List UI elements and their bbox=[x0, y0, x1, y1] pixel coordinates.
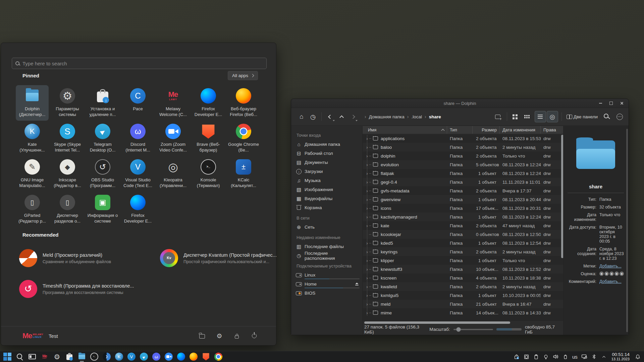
file-row[interactable]: › dolphin Папка 2 объекта Только что drw bbox=[363, 152, 564, 160]
places-item[interactable]: Подключаемые устройства bbox=[297, 263, 362, 268]
expand-icon[interactable]: › bbox=[365, 145, 369, 150]
pinned-app[interactable]: Установка и удаление п... bbox=[86, 85, 119, 121]
taskbar-app[interactable]: K bbox=[115, 352, 123, 361]
file-row[interactable]: › baloo Папка 2 объекта 2 минуты назад d… bbox=[363, 143, 564, 152]
expand-icon[interactable]: › bbox=[365, 162, 369, 167]
expand-icon[interactable]: › bbox=[365, 197, 369, 202]
pinned-app[interactable]: Google Chrome (Ве... bbox=[227, 121, 260, 156]
expand-icon[interactable]: › bbox=[365, 310, 369, 315]
pinned-app[interactable]: Веб-браузер Firefox (Веб... bbox=[227, 85, 260, 121]
places-item[interactable]: ◷ Последние расположения bbox=[296, 251, 362, 260]
volume-icon[interactable] bbox=[551, 352, 560, 361]
recommended-app[interactable]: ↺ Timeshift (Программа для восстановле..… bbox=[16, 274, 157, 304]
device-notifier-icon[interactable] bbox=[561, 352, 570, 361]
file-row[interactable]: › kded5 Папка 1 объект 08.11.2023 в 12:5… bbox=[363, 239, 564, 247]
keyboard-layout[interactable]: us bbox=[571, 354, 579, 360]
expand-icon[interactable]: › bbox=[365, 215, 369, 220]
pinned-app[interactable]: ▯ Диспетчер разделов о... bbox=[51, 192, 84, 227]
file-row[interactable]: › flatpak Папка 1 объект 08.11.2023 в 12… bbox=[363, 169, 564, 178]
places-item[interactable]: ⌂ Домашняя папка bbox=[296, 140, 362, 149]
titlebar[interactable]: share — Dolphin bbox=[291, 99, 629, 108]
minimize-button[interactable] bbox=[598, 101, 602, 105]
taskbar-app[interactable] bbox=[3, 352, 12, 361]
pinned-app[interactable]: ω Discord (Internet M... bbox=[121, 121, 154, 156]
expand-icon[interactable]: › bbox=[365, 223, 369, 228]
taskbar-app[interactable] bbox=[65, 352, 74, 361]
file-row[interactable]: › kactivitymanagerd Папка 1 объект 08.11… bbox=[363, 213, 564, 221]
file-row[interactable]: kcookiejar Папка 0 объектов 08.11.2023 в… bbox=[363, 230, 564, 239]
places-item[interactable]: ▤ Документы bbox=[296, 158, 362, 167]
rating-stars[interactable]: ★★★★★ bbox=[599, 272, 624, 276]
column-size[interactable]: Размер bbox=[473, 126, 500, 134]
back-button[interactable] bbox=[324, 111, 336, 122]
new-folder-button[interactable] bbox=[492, 111, 503, 122]
taskbar-app[interactable]: ❯ bbox=[102, 352, 111, 361]
expand-icon[interactable]: › bbox=[365, 171, 369, 176]
places-item[interactable]: ♫ Музыка bbox=[296, 176, 362, 185]
expand-tray-icon[interactable] bbox=[600, 352, 608, 361]
pinned-app[interactable]: >_ Konsole (Терминал) bbox=[192, 156, 225, 192]
expand-icon[interactable]: › bbox=[365, 293, 369, 298]
bluetooth-icon[interactable] bbox=[590, 352, 598, 361]
pinned-app[interactable]: C Pace bbox=[121, 85, 154, 121]
taskbar-app[interactable] bbox=[77, 352, 86, 361]
pinned-app[interactable]: K Kate (Улучшенн... bbox=[16, 121, 49, 156]
recent-button[interactable]: ◷ bbox=[307, 111, 319, 122]
taskbar-app[interactable]: V bbox=[127, 352, 136, 361]
places-item[interactable]: Загрузки bbox=[296, 167, 362, 176]
clock-widget[interactable]: 00:51:14 13.11.2023 bbox=[611, 352, 630, 361]
lock-button[interactable] bbox=[232, 331, 241, 340]
file-row[interactable]: › gwenview Папка 1 объект 08.11.2023 в 2… bbox=[363, 195, 564, 204]
file-row[interactable]: › gvfs-metadata Папка 2 объекта Вчера в … bbox=[363, 186, 564, 195]
places-item[interactable]: Корзина bbox=[296, 203, 362, 212]
places-item[interactable]: ▥ Последние файлы bbox=[296, 242, 362, 251]
file-row[interactable]: › icons Папка 17 объек... 08.11.2023 в 2… bbox=[363, 204, 564, 213]
places-item[interactable]: Linux bbox=[296, 270, 362, 280]
expand-icon[interactable]: › bbox=[365, 206, 369, 211]
file-row[interactable]: › kate Папка 2 объекта 47 минут назад dr… bbox=[363, 221, 564, 230]
places-item[interactable]: Точки входа bbox=[297, 133, 362, 138]
pinned-app[interactable]: Brave (Веб-браузер) bbox=[192, 121, 225, 156]
maximize-button[interactable] bbox=[609, 101, 613, 105]
eject-icon[interactable] bbox=[355, 283, 358, 286]
file-row[interactable]: › kxmlgui5 Папка 1 объект 10.10.2023 в 0… bbox=[363, 291, 564, 300]
taskbar-app[interactable]: MeLAWY bbox=[40, 352, 49, 361]
recommended-app[interactable]: Meld (Просмотр различий) Сравнение и объ… bbox=[16, 243, 157, 274]
taskbar-app[interactable] bbox=[214, 352, 223, 361]
column-permissions[interactable]: Права bbox=[541, 126, 564, 134]
spectacle-icon[interactable] bbox=[522, 352, 531, 361]
display-settings-icon[interactable] bbox=[580, 352, 589, 361]
pinned-app[interactable]: ▣ Информация о системе bbox=[86, 192, 119, 227]
taskbar-app[interactable] bbox=[15, 352, 24, 361]
places-item[interactable]: ▦ Видеофайлы bbox=[296, 194, 362, 203]
close-button[interactable] bbox=[620, 101, 624, 105]
file-row[interactable]: › gegl-0.4 Папка 1 объект 11.11.2023 в 1… bbox=[363, 178, 564, 186]
expand-icon[interactable]: › bbox=[365, 267, 369, 272]
search-button[interactable] bbox=[602, 111, 613, 122]
recommended-app[interactable]: Kv Диспетчер Kvantum (Простой графичес..… bbox=[157, 243, 298, 274]
places-item[interactable]: ⊟ Рабочий стол bbox=[296, 149, 362, 158]
file-row[interactable]: › kwalletd Папка 2 объекта 2 минуты наза… bbox=[363, 282, 564, 291]
expand-icon[interactable]: › bbox=[365, 154, 369, 159]
pinned-app[interactable]: S Skype (Skype Internet Tel... bbox=[51, 121, 84, 156]
places-item[interactable]: BIOS bbox=[296, 289, 362, 298]
preview-toggle-button[interactable]: ◎ bbox=[547, 111, 558, 122]
pinned-app[interactable]: ◎ Kleopatra (Управлени... bbox=[157, 156, 190, 192]
pinned-app[interactable]: Zoom (Zoom Video Confe... bbox=[157, 121, 190, 156]
forward-button[interactable] bbox=[347, 111, 359, 122]
menu-button[interactable] bbox=[614, 111, 625, 122]
pinned-app[interactable]: ⚙ Параметры системы bbox=[51, 85, 84, 121]
search-input[interactable] bbox=[22, 61, 263, 66]
places-item[interactable]: Home bbox=[296, 280, 362, 289]
notifications-bell-icon[interactable] bbox=[634, 352, 642, 361]
taskbar-app[interactable] bbox=[177, 352, 185, 361]
taskbar-app[interactable] bbox=[28, 352, 37, 361]
clipboard-icon[interactable] bbox=[532, 352, 540, 361]
expand-icon[interactable]: › bbox=[365, 284, 369, 289]
compact-view-button[interactable] bbox=[523, 111, 534, 122]
column-type[interactable]: Тип bbox=[447, 126, 473, 134]
pinned-app[interactable]: Firefox Developer E... bbox=[121, 192, 154, 227]
home-button[interactable]: ⌂ bbox=[296, 111, 307, 122]
pinned-app[interactable]: ↺ OBS Studio (Программ... bbox=[86, 156, 119, 192]
file-row[interactable]: › applications Папка 2 объекта 08.11.202… bbox=[363, 134, 564, 143]
